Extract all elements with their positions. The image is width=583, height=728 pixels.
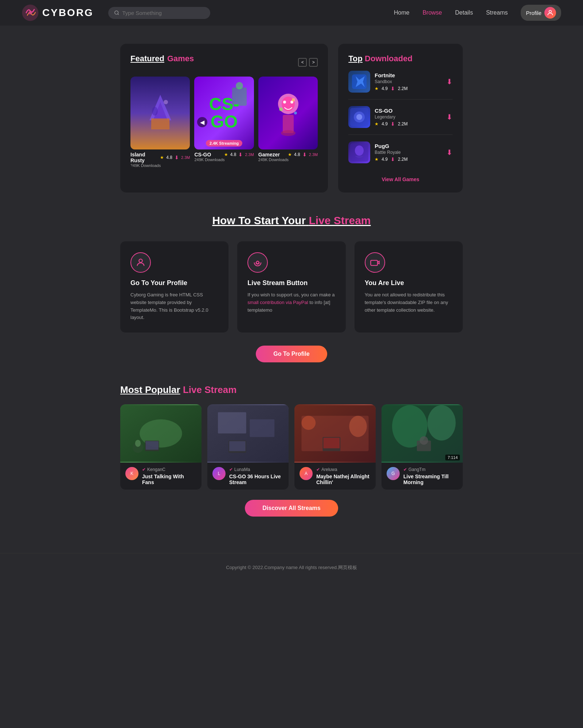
footer: Copyright © 2022.Company name All rights…	[0, 553, 583, 582]
island-visual	[130, 77, 190, 149]
profile-button[interactable]: Profile	[521, 5, 561, 21]
nav-streams[interactable]: Streams	[486, 9, 508, 16]
navbar: CYBORG Home Browse Details Streams Profi…	[0, 0, 583, 26]
logo[interactable]: CYBORG	[22, 4, 94, 21]
avatar	[544, 7, 556, 19]
step-stream-title: Live Stream Button	[247, 279, 335, 287]
streamer-name-1: ✔ KenganC	[142, 467, 196, 472]
next-arrow[interactable]: >	[309, 58, 318, 67]
svg-rect-43	[324, 438, 340, 448]
fortnite-genre: Sandbox	[375, 79, 442, 84]
stream-meta-2: ✔ LunaMa CS-GO 36 Hours Live Stream	[229, 467, 283, 485]
stream-meta-1: ✔ KenganC Just Talking With Fans	[142, 467, 196, 485]
top-section: Featured Games < >	[120, 44, 463, 192]
fortnite-download-btn[interactable]: ⬇	[446, 77, 453, 86]
csgo-prev-btn[interactable]: ◀	[197, 117, 207, 127]
carousel-arrows: < >	[298, 58, 318, 67]
step-stream-desc: If you wish to support us, you can make …	[247, 291, 335, 314]
stream-card-2[interactable]: L ✔ LunaMa CS-GO 36 Hours Live Stream	[207, 404, 289, 490]
csgo-art	[228, 80, 250, 109]
game-card-island[interactable]: Island Rusty ★ 4.8 ⬇ 2.3M 249K Downloads	[130, 77, 190, 168]
paypal-link[interactable]: small contribution via PayPal	[247, 300, 308, 305]
island-downloads: 249K Downloads	[130, 163, 190, 168]
svg-point-44	[301, 416, 316, 430]
streamer-name-3: ✔ Areluwa	[316, 467, 371, 472]
csgo2-download-btn[interactable]: ⬇	[446, 113, 453, 121]
svg-point-7	[152, 107, 158, 116]
game-card-csgo[interactable]: CS-GO 2.4K Streaming ◀ CS-GO	[194, 77, 254, 168]
pubg-info: PugG Battle Royale ★ 4.9 ⬇ 2.2M	[375, 143, 442, 162]
step-profile-desc: Cyborg Gaming is free HTML CSS website t…	[130, 291, 218, 322]
svg-rect-28	[371, 260, 377, 265]
csgo-visual: CS-GO 2.4K Streaming	[194, 77, 254, 149]
csgo-rating: 4.8	[230, 152, 236, 157]
footer-text: Copyright © 2022.Company name All rights…	[226, 565, 357, 570]
svg-point-17	[279, 108, 283, 111]
gamezer-visual	[258, 77, 318, 149]
svg-point-34	[135, 440, 141, 447]
search-icon	[114, 10, 120, 16]
svg-point-50	[420, 436, 428, 445]
discover-all-button[interactable]: Discover All Streams	[245, 500, 338, 517]
pubg-stats: ★ 4.9 ⬇ 2.2M	[375, 156, 442, 162]
stream-thumb-3	[294, 404, 376, 463]
go-profile-button[interactable]: Go To Profile	[256, 346, 327, 362]
island-name: Island Rusty	[130, 152, 160, 163]
featured-header: Featured Games < >	[130, 54, 318, 71]
stream-meta-4: ✔ GangTm Live Streaming Till Morning	[403, 467, 458, 485]
svg-point-48	[427, 405, 456, 441]
prev-arrow[interactable]: <	[298, 58, 307, 67]
nav-home[interactable]: Home	[394, 9, 410, 16]
svg-point-25	[355, 145, 364, 156]
step-live-title: You Are Live	[365, 279, 453, 287]
fortnite-stats: ★ 4.9 ⬇ 2.2M	[375, 86, 442, 92]
step-live: You Are Live You are not allowed to redi…	[355, 241, 463, 332]
view-all-link[interactable]: View All Games	[348, 176, 453, 182]
step-profile-title: Go To Your Profile	[130, 279, 218, 287]
island-info: Island Rusty ★ 4.8 ⬇ 2.3M 249K Downloads	[130, 152, 190, 168]
svg-point-26	[139, 259, 142, 262]
stream-thumb-1	[120, 404, 201, 463]
gamezer-rating: 4.8	[294, 152, 300, 157]
svg-point-1	[28, 11, 32, 15]
search-bar[interactable]	[108, 7, 210, 19]
csgo-name: CS-GO	[194, 152, 211, 157]
step-live-icon	[365, 252, 385, 273]
nav-links: Home Browse Details Streams Profile	[394, 5, 561, 21]
featured-title-underline: Featured	[130, 54, 164, 63]
svg-rect-19	[292, 98, 295, 101]
csgo-thumb	[348, 106, 370, 128]
featured-title-rest: Games	[167, 54, 194, 63]
stream-thumb-4: 7:114	[382, 404, 463, 463]
stream-card-3[interactable]: A ✔ Areluwa Maybe Nathej Allnight Chilli…	[294, 404, 376, 490]
stream-info-4: G ✔ GangTm Live Streaming Till Morning	[382, 463, 463, 490]
main-content: Featured Games < >	[113, 26, 470, 553]
csgo2-genre: Legendary	[375, 114, 442, 120]
steps-grid: Go To Your Profile Cyborg Gaming is free…	[120, 241, 463, 332]
pubg-dlcount: 2.2M	[398, 157, 408, 162]
island-star: ★	[160, 155, 164, 160]
csgo2-dlcount: 2.2M	[398, 121, 408, 126]
nav-details[interactable]: Details	[455, 9, 473, 16]
svg-rect-37	[250, 419, 274, 437]
stream-title-4: Live Streaming Till Morning	[403, 474, 458, 485]
fortnite-rating: 4.9	[382, 86, 388, 91]
top-game-pubg: PugG Battle Royale ★ 4.9 ⬇ 2.2M ⬇	[348, 141, 453, 170]
top-downloaded-section: Top Downloaded Fortnite Sandbox ★ 4.9	[338, 44, 463, 192]
streamer-name-2: ✔ LunaMa	[229, 467, 283, 472]
stream-card-1[interactable]: K ✔ KenganC Just Talking With Fans	[120, 404, 201, 490]
stream-card-4[interactable]: 7:114 G ✔ GangTm Live Streaming Till Mor…	[382, 404, 463, 490]
gamezer-stats: ★ 4.8 ⬇ 2.3M	[288, 152, 318, 157]
stream-info-3: A ✔ Areluwa Maybe Nathej Allnight Chilli…	[294, 463, 376, 490]
pubg-download-btn[interactable]: ⬇	[446, 148, 453, 157]
search-input[interactable]	[122, 10, 204, 16]
how-title: How To Start Your Live Stream	[120, 214, 463, 227]
avatar-2: L	[212, 467, 226, 480]
game-card-gamezer[interactable]: Gamezer ★ 4.8 ⬇ 2.3M 249K Downloads	[258, 77, 318, 168]
nav-browse[interactable]: Browse	[423, 9, 442, 16]
stream-thumb-3-wrap	[294, 404, 376, 463]
stream-cards: K ✔ KenganC Just Talking With Fans	[120, 404, 463, 490]
profile-label: Profile	[526, 10, 541, 16]
stream-info-2: L ✔ LunaMa CS-GO 36 Hours Live Stream	[207, 463, 289, 490]
csgo-dlcount: 2.3M	[245, 152, 254, 157]
